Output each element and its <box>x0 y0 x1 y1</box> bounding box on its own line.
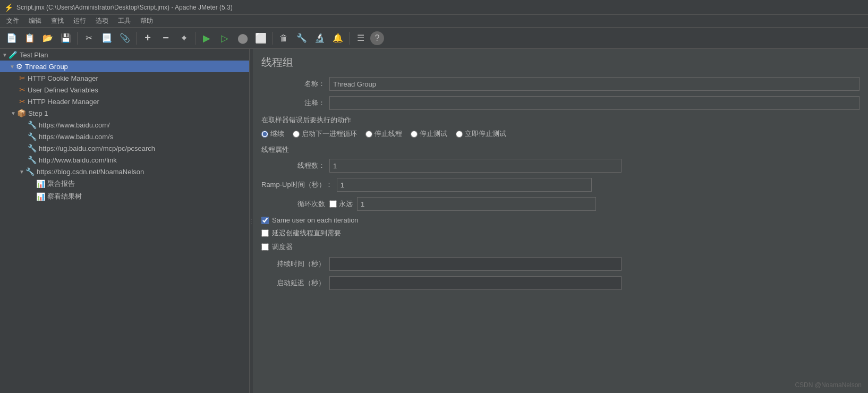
menu-file[interactable]: 文件 <box>2 15 23 27</box>
error-action-radio-group: 继续 启动下一进程循环 停止线程 停止测试 立即停止测试 <box>261 129 860 139</box>
startup-delay-input[interactable] <box>329 276 622 290</box>
menu-bar: 文件 编辑 查找 运行 选项 工具 帮助 <box>0 15 868 28</box>
rampup-input[interactable] <box>337 178 592 192</box>
thread-group-icon: ⚙ <box>16 62 23 71</box>
tree-label-baidu-com: https://www.baidu.com/ <box>39 121 110 129</box>
help-button[interactable]: ? <box>370 31 384 45</box>
loop-count-input[interactable] <box>357 197 596 211</box>
scheduler-label: 调度器 <box>272 242 293 252</box>
template-button[interactable]: 📋 <box>21 30 38 47</box>
tree-item-baidu-com[interactable]: 🔧 https://www.baidu.com/ <box>0 119 249 131</box>
same-user-row: Same user on each iteration <box>261 216 860 224</box>
forever-label: 永远 <box>339 199 353 209</box>
tree-item-test-plan[interactable]: ▼ 🧪 Test Plan <box>0 49 249 61</box>
run-button[interactable]: 🔧 <box>293 30 310 47</box>
tree-item-result-tree[interactable]: 📊 察看结果树 <box>0 190 249 203</box>
forever-checkbox[interactable] <box>329 200 337 208</box>
title-text: Script.jmx (C:\Users\Administrator\Deskt… <box>16 4 233 11</box>
baidu-link-icon: 🔧 <box>28 156 37 164</box>
comment-input[interactable] <box>329 96 860 110</box>
scheduler-checkbox[interactable] <box>261 243 269 251</box>
clear-button[interactable]: ✦ <box>175 30 192 47</box>
tree-arrow-thread-group: ▼ <box>10 64 15 70</box>
toolbar-sep4 <box>272 32 273 45</box>
error-action-header: 在取样器错误后要执行的动作 <box>261 115 860 125</box>
name-input[interactable] <box>329 77 860 91</box>
tree-item-user-vars[interactable]: ✂ User Defined Variables <box>0 84 249 96</box>
notification-button[interactable]: 🔔 <box>329 30 346 47</box>
shutdown-button[interactable]: ⬜ <box>252 30 269 47</box>
remove-button[interactable]: − <box>157 30 174 47</box>
tree-item-step1[interactable]: ▼ 📦 Step 1 <box>0 107 249 119</box>
tree-label-step1: Step 1 <box>28 109 48 117</box>
tree-item-baidu-link[interactable]: 🔧 http://www.baidu.com/link <box>0 154 249 166</box>
tree-label-baidu-mcp: https://ug.baidu.com/mcp/pc/pcsearch <box>39 144 155 152</box>
clear-all-button[interactable]: 🗑 <box>275 30 292 47</box>
blog-csdn-icon: 🔧 <box>25 167 35 176</box>
new-button[interactable]: 📄 <box>3 30 20 47</box>
watermark: CSDN @NoamaNelson <box>795 381 862 389</box>
start-button[interactable]: ▶ <box>198 30 215 47</box>
radio-continue[interactable]: 继续 <box>261 129 284 139</box>
start-nopauses-button[interactable]: ▷ <box>216 30 233 47</box>
remote-button[interactable]: 🔬 <box>311 30 328 47</box>
cut-button[interactable]: ✂ <box>80 30 97 47</box>
tree-label-result-tree: 察看结果树 <box>47 192 82 201</box>
delay-create-label: 延迟创建线程直到需要 <box>272 228 341 238</box>
add-button[interactable]: + <box>139 30 156 47</box>
menu-options[interactable]: 选项 <box>91 15 113 27</box>
baidu-mcp-icon: 🔧 <box>28 144 37 152</box>
loop-count-label: 循环次数 <box>261 199 325 209</box>
radio-start-next[interactable]: 启动下一进程循环 <box>293 129 357 139</box>
copy-button[interactable]: 📃 <box>98 30 115 47</box>
tree-item-header-manager[interactable]: ✂ HTTP Header Manager <box>0 96 249 107</box>
tree-arrow-step1: ▼ <box>11 110 16 116</box>
stop-button[interactable]: ⬤ <box>234 30 251 47</box>
tree-item-thread-group[interactable]: ▼ ⚙ Thread Group <box>0 61 249 72</box>
menu-search[interactable]: 查找 <box>47 15 68 27</box>
loop-count-row: 循环次数 永远 <box>261 197 860 211</box>
same-user-label: Same user on each iteration <box>272 216 359 224</box>
options-button[interactable]: ☰ <box>352 30 369 47</box>
delay-create-row: 延迟创建线程直到需要 <box>261 228 860 238</box>
same-user-checkbox[interactable] <box>261 217 269 224</box>
menu-edit[interactable]: 编辑 <box>24 15 46 27</box>
paste-button[interactable]: 📎 <box>116 30 133 47</box>
open-button[interactable]: 📂 <box>39 30 56 47</box>
comment-row: 注释： <box>261 96 860 110</box>
duration-row: 持续时间（秒） <box>261 257 860 271</box>
thread-count-label: 线程数： <box>261 161 325 170</box>
comment-label: 注释： <box>261 98 325 108</box>
duration-input[interactable] <box>329 257 622 271</box>
tree-label-test-plan: Test Plan <box>20 51 48 59</box>
tree-item-cookie-manager[interactable]: ✂ HTTP Cookie Manager <box>0 72 249 84</box>
menu-help[interactable]: 帮助 <box>136 15 157 27</box>
app-icon: ⚡ <box>4 3 13 12</box>
toolbar-sep5 <box>349 32 350 45</box>
tree-label-baidu-s: https://www.baidu.com/s <box>39 133 113 141</box>
tree-item-baidu-s[interactable]: 🔧 https://www.baidu.com/s <box>0 131 249 142</box>
tree-label-user-vars: User Defined Variables <box>28 86 98 94</box>
duration-label: 持续时间（秒） <box>261 259 325 269</box>
tree-item-aggregate-report[interactable]: 📊 聚合报告 <box>0 177 249 190</box>
tree-item-baidu-mcp[interactable]: 🔧 https://ug.baidu.com/mcp/pc/pcsearch <box>0 142 249 154</box>
startup-delay-label: 启动延迟（秒） <box>261 278 325 288</box>
radio-stop-thread[interactable]: 停止线程 <box>365 129 402 139</box>
tree-arrow-test-plan: ▼ <box>2 52 7 58</box>
thread-count-input[interactable] <box>329 159 622 173</box>
delay-create-checkbox[interactable] <box>261 229 269 237</box>
tree-label-cookie-manager: HTTP Cookie Manager <box>28 74 98 82</box>
radio-stop-test[interactable]: 停止测试 <box>411 129 447 139</box>
user-vars-icon: ✂ <box>19 86 25 94</box>
main-layout: ▼ 🧪 Test Plan ▼ ⚙ Thread Group ✂ HTTP Co… <box>0 49 868 393</box>
tree-item-blog-csdn[interactable]: ▼ 🔧 https://blog.csdn.net/NoamaNelson <box>0 166 249 177</box>
menu-run[interactable]: 运行 <box>69 15 90 27</box>
save-button[interactable]: 💾 <box>57 30 74 47</box>
step1-icon: 📦 <box>17 109 26 117</box>
aggregate-report-icon: 📊 <box>36 180 45 188</box>
radio-stop-test-now[interactable]: 立即停止测试 <box>456 129 506 139</box>
rampup-label: Ramp-Up时间（秒）： <box>261 180 333 190</box>
menu-tools[interactable]: 工具 <box>114 15 135 27</box>
name-row: 名称： <box>261 77 860 91</box>
rampup-row: Ramp-Up时间（秒）： <box>261 178 860 192</box>
